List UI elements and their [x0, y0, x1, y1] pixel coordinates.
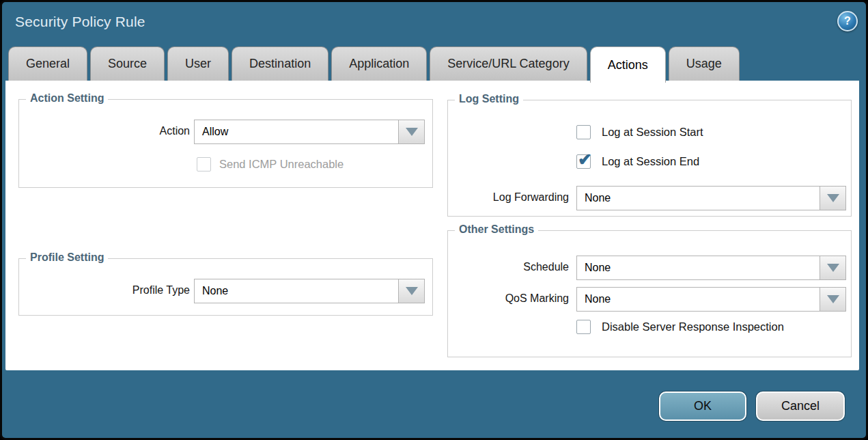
- other-settings-group: Other Settings Schedule None QoS Marking…: [447, 230, 852, 357]
- chevron-down-icon: [406, 287, 418, 295]
- tab-usage[interactable]: Usage: [669, 46, 740, 81]
- send-icmp-unreachable-label: Send ICMP Unreachable: [219, 158, 344, 171]
- profile-type-dropdown[interactable]: None: [194, 279, 425, 303]
- tab-general[interactable]: General: [8, 46, 87, 81]
- action-label: Action: [19, 125, 190, 137]
- other-settings-legend: Other Settings: [455, 223, 538, 236]
- tab-bar: General Source User Destination Applicat…: [8, 46, 740, 81]
- log-forwarding-dropdown-value: None: [576, 186, 820, 210]
- help-icon[interactable]: ?: [837, 11, 858, 31]
- schedule-dropdown-value: None: [576, 256, 820, 280]
- security-policy-rule-dialog: Security Policy Rule ? General Source Us…: [0, 0, 868, 440]
- log-at-session-start-label: Log at Session Start: [602, 126, 703, 139]
- action-dropdown-value: Allow: [194, 120, 399, 144]
- disable-server-response-inspection-label: Disable Server Response Inspection: [602, 320, 784, 333]
- profile-setting-legend: Profile Setting: [26, 251, 108, 264]
- tab-actions[interactable]: Actions: [590, 46, 666, 83]
- log-setting-legend: Log Setting: [455, 93, 523, 105]
- dialog-title: Security Policy Rule: [15, 14, 145, 30]
- log-at-session-end-label: Log at Session End: [602, 155, 699, 168]
- tab-application[interactable]: Application: [331, 46, 427, 81]
- log-forwarding-label: Log Forwarding: [448, 191, 569, 204]
- action-setting-group: Action Setting Action Allow Send ICMP Un…: [18, 99, 433, 188]
- cancel-button[interactable]: Cancel: [756, 391, 845, 421]
- chevron-down-icon: [827, 194, 839, 202]
- log-forwarding-dropdown-button[interactable]: [820, 186, 846, 210]
- chevron-down-icon: [827, 264, 839, 272]
- qos-marking-dropdown[interactable]: None: [576, 287, 846, 312]
- schedule-dropdown[interactable]: None: [576, 256, 846, 280]
- log-forwarding-dropdown[interactable]: None: [576, 186, 846, 210]
- profile-type-label: Profile Type: [19, 284, 190, 297]
- tab-source[interactable]: Source: [90, 46, 165, 81]
- ok-button[interactable]: OK: [659, 391, 746, 421]
- qos-marking-dropdown-value: None: [576, 287, 820, 312]
- profile-type-dropdown-button[interactable]: [399, 279, 425, 303]
- profile-type-dropdown-value: None: [194, 279, 399, 303]
- disable-server-response-inspection-checkbox[interactable]: [576, 320, 591, 334]
- action-setting-legend: Action Setting: [26, 92, 108, 105]
- chevron-down-icon: [406, 128, 418, 136]
- tab-service-url-category[interactable]: Service/URL Category: [430, 46, 587, 81]
- qos-marking-label: QoS Marking: [448, 292, 569, 305]
- schedule-dropdown-button[interactable]: [820, 256, 846, 280]
- tab-panel-actions: Action Setting Action Allow Send ICMP Un…: [5, 81, 859, 370]
- action-dropdown[interactable]: Allow: [194, 120, 425, 144]
- tab-destination[interactable]: Destination: [232, 46, 328, 81]
- tab-user[interactable]: User: [167, 46, 229, 81]
- schedule-label: Schedule: [448, 261, 569, 273]
- log-setting-group: Log Setting Log at Session Start Log at …: [447, 100, 852, 217]
- log-at-session-end-checkbox[interactable]: [576, 154, 591, 169]
- send-icmp-unreachable-checkbox: [197, 157, 211, 171]
- chevron-down-icon: [827, 295, 839, 303]
- profile-setting-group: Profile Setting Profile Type None: [18, 258, 433, 316]
- qos-marking-dropdown-button[interactable]: [820, 287, 846, 312]
- log-at-session-start-checkbox[interactable]: [576, 125, 591, 139]
- action-dropdown-button[interactable]: [399, 120, 425, 144]
